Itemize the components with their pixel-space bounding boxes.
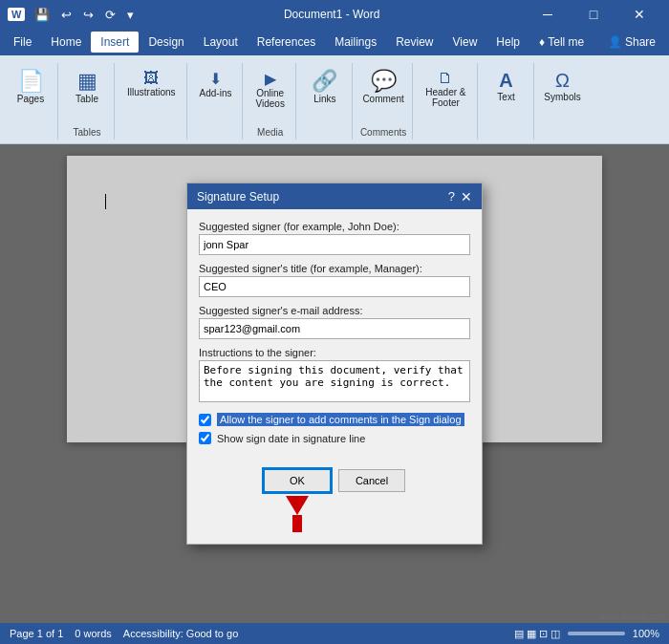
menu-share[interactable]: 👤 Share: [598, 32, 665, 53]
signer-email-input[interactable]: [199, 318, 470, 339]
menu-design[interactable]: Design: [139, 32, 193, 53]
title-bar-left: W 💾 ↩ ↪ ⟳ ▾: [8, 6, 138, 24]
word-count: 0 words: [75, 628, 112, 639]
dialog-titlebar: Signature Setup ? ✕: [187, 183, 482, 209]
undo-btn[interactable]: ↩: [57, 6, 76, 24]
links-icon: 🔗: [312, 71, 337, 92]
table-icon: ▦: [77, 71, 97, 92]
dialog-body: Suggested signer (for example, John Doe)…: [187, 209, 482, 462]
status-bar-right: ▤ ▦ ⊡ ◫ 100%: [514, 628, 659, 640]
comment-icon: 💬: [371, 71, 397, 92]
ribbon-toolbar: 📄 Pages ▦ Table Tables: [0, 55, 669, 144]
comments-group-label: Comments: [360, 127, 406, 140]
window-controls: ─ □ ✕: [526, 0, 661, 29]
signer-name-label: Suggested signer (for example, John Doe)…: [199, 221, 470, 232]
menu-help[interactable]: Help: [486, 32, 529, 53]
pages-icon: 📄: [18, 71, 44, 92]
signer-name-group: Suggested signer (for example, John Doe)…: [199, 221, 470, 255]
menu-review[interactable]: Review: [386, 32, 442, 53]
links-btn[interactable]: 🔗 Links: [304, 67, 346, 108]
menu-home[interactable]: Home: [41, 32, 91, 53]
menu-mailings[interactable]: Mailings: [325, 32, 386, 53]
menu-file[interactable]: File: [4, 32, 41, 53]
symbols-btn[interactable]: Ω Symbols: [542, 67, 584, 106]
allow-comments-checkbox[interactable]: [199, 414, 211, 426]
ribbon-group-comments: 💬 Comment Comments: [355, 63, 413, 140]
redo-btn[interactable]: ↪: [79, 6, 97, 24]
menu-view[interactable]: View: [443, 32, 487, 53]
show-sign-date-checkbox[interactable]: [199, 432, 211, 444]
ribbon-group-tables: ▦ Table Tables: [60, 63, 115, 140]
dialog-footer: OK Cancel: [187, 462, 482, 544]
media-group-label: Media: [257, 127, 283, 140]
pages-btn[interactable]: 📄 Pages: [10, 67, 52, 108]
ribbon-group-addins: ⬇ Add-ins: [189, 63, 244, 140]
illustrations-icon: 🖼: [143, 70, 159, 87]
signature-setup-dialog: Signature Setup ? ✕ Suggested signer (fo…: [186, 182, 483, 545]
accessibility-status: Accessibility: Good to go: [123, 628, 238, 639]
instructions-input[interactable]: Before signing this document, verify tha…: [199, 360, 470, 402]
modal-overlay: Signature Setup ? ✕ Suggested signer (fo…: [0, 144, 669, 623]
repeat-btn[interactable]: ⟳: [101, 6, 119, 24]
quick-access-toolbar: 💾 ↩ ↪ ⟳ ▾: [31, 6, 138, 24]
allow-comments-row: Allow the signer to add comments in the …: [199, 413, 470, 426]
minimize-btn[interactable]: ─: [526, 0, 570, 29]
save-btn[interactable]: 💾: [31, 6, 54, 24]
online-videos-btn[interactable]: ▶ OnlineVideos: [250, 67, 289, 112]
instructions-label: Instructions to the signer:: [199, 347, 470, 358]
ok-button[interactable]: OK: [264, 469, 331, 492]
dialog-close-btn[interactable]: ✕: [461, 190, 472, 204]
signer-email-label: Suggested signer's e-mail address:: [199, 305, 470, 316]
menu-lightbulb[interactable]: ♦ Tell me: [529, 32, 593, 53]
menu-layout[interactable]: Layout: [194, 32, 248, 53]
table-btn[interactable]: ▦ Table: [66, 67, 108, 108]
dialog-help-btn[interactable]: ?: [448, 189, 455, 204]
show-sign-date-row: Show sign date in signature line: [199, 432, 470, 444]
ribbon-group-media: ▶ OnlineVideos Media: [245, 63, 295, 140]
zoom-level: 100%: [633, 628, 659, 639]
cancel-button[interactable]: Cancel: [338, 469, 405, 492]
text-icon: A: [499, 71, 512, 90]
illustrations-btn[interactable]: 🖼 Illustrations: [122, 67, 181, 100]
ribbon-group-symbols: Ω Symbols: [536, 63, 590, 140]
title-bar: W 💾 ↩ ↪ ⟳ ▾ Document1 - Word ─ □ ✕: [0, 0, 669, 29]
maximize-btn[interactable]: □: [572, 0, 615, 29]
window-title: Document1 - Word: [138, 8, 526, 21]
online-videos-icon: ▶: [265, 70, 276, 88]
symbols-icon: Ω: [555, 71, 570, 90]
instructions-group: Instructions to the signer: Before signi…: [199, 347, 470, 405]
header-footer-btn[interactable]: 🗋 Header &Footer: [421, 67, 470, 111]
comment-btn[interactable]: 💬 Comment: [362, 67, 404, 108]
show-sign-date-label: Show sign date in signature line: [217, 433, 365, 444]
status-bar-left: Page 1 of 1 0 words Accessibility: Good …: [10, 628, 238, 639]
pages-label: Pages: [17, 94, 44, 104]
dialog-title: Signature Setup: [197, 190, 279, 204]
ribbon-menu: File Home Insert Design Layout Reference…: [0, 29, 669, 55]
header-footer-icon: 🗋: [438, 70, 453, 87]
signer-name-input[interactable]: [199, 234, 470, 255]
zoom-slider[interactable]: [568, 632, 625, 635]
ribbon-group-illustrations: 🖼 Illustrations: [117, 63, 187, 140]
allow-comments-label: Allow the signer to add comments in the …: [217, 413, 464, 426]
ribbon-group-links: 🔗 Links: [298, 63, 353, 140]
page-count: Page 1 of 1: [10, 628, 63, 639]
view-mode-icons: ▤ ▦ ⊡ ◫: [514, 628, 560, 640]
ribbon-group-text: A Text: [480, 63, 534, 140]
document-area: Signature Setup ? ✕ Suggested signer (fo…: [0, 144, 669, 623]
signer-title-label: Suggested signer's title (for example, M…: [199, 263, 470, 274]
ribbon-group-pages: 📄 Pages: [4, 63, 58, 140]
text-btn[interactable]: A Text: [486, 67, 528, 106]
menu-references[interactable]: References: [248, 32, 325, 53]
app-window: W 💾 ↩ ↪ ⟳ ▾ Document1 - Word ─ □ ✕ File …: [0, 0, 669, 644]
addins-btn[interactable]: ⬇ Add-ins: [195, 67, 237, 101]
close-btn[interactable]: ✕: [617, 0, 661, 29]
more-btn[interactable]: ▾: [123, 6, 138, 24]
ribbon-group-header-footer: 🗋 Header &Footer: [415, 63, 477, 140]
addins-icon: ⬇: [209, 70, 222, 88]
tables-group-label: Tables: [74, 127, 101, 140]
word-logo-icon: W: [8, 8, 25, 21]
signer-title-group: Suggested signer's title (for example, M…: [199, 263, 470, 297]
signer-title-input[interactable]: [199, 276, 470, 297]
table-label: Table: [76, 94, 98, 104]
menu-insert[interactable]: Insert: [91, 32, 139, 53]
